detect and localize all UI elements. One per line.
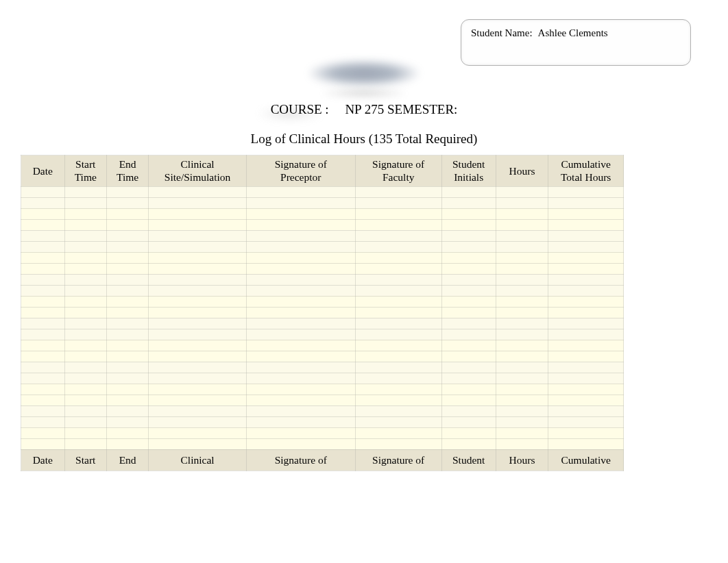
table-cell <box>496 405 548 416</box>
table-cell <box>355 384 441 395</box>
th-initials: Student Initials <box>441 155 496 187</box>
table-cell <box>441 263 496 274</box>
table-cell <box>355 197 441 208</box>
table-cell <box>106 318 148 329</box>
table-cell <box>355 395 441 405</box>
table-cell <box>21 373 65 384</box>
table-cell <box>548 384 624 395</box>
table-cell <box>64 274 106 285</box>
table-cell <box>496 362 548 373</box>
table-cell <box>355 340 441 351</box>
table-cell <box>149 263 246 274</box>
table-cell <box>355 296 441 307</box>
table-cell <box>496 208 548 219</box>
table-cell <box>496 340 548 351</box>
table-cell <box>21 186 65 197</box>
table-cell <box>149 296 246 307</box>
table-cell <box>106 416 148 427</box>
table-cell <box>548 230 624 241</box>
table-row <box>21 351 624 362</box>
table-cell <box>441 438 496 449</box>
table-cell <box>21 405 65 416</box>
student-name-value: Ashlee Clements <box>538 27 608 38</box>
table-cell <box>246 373 355 384</box>
table-cell <box>496 438 548 449</box>
table-cell <box>149 307 246 318</box>
table-cell <box>246 241 355 252</box>
table-cell <box>496 285 548 296</box>
table-cell <box>441 186 496 197</box>
table-row <box>21 373 624 384</box>
table-cell <box>21 362 65 373</box>
table-cell <box>106 274 148 285</box>
table-cell <box>355 329 441 340</box>
table-cell <box>548 285 624 296</box>
table-cell <box>106 263 148 274</box>
table-cell <box>246 230 355 241</box>
table-cell <box>548 427 624 438</box>
table-cell <box>441 395 496 405</box>
log-title: Log of Clinical Hours (135 Total Require… <box>0 132 728 147</box>
table-cell <box>21 351 65 362</box>
table-cell <box>441 340 496 351</box>
table-cell <box>64 438 106 449</box>
table-cell <box>355 219 441 230</box>
table-cell <box>441 252 496 263</box>
th-site: Clinical Site/Simulation <box>149 155 246 187</box>
table-cell <box>496 219 548 230</box>
table-cell <box>149 186 246 197</box>
table-cell <box>355 307 441 318</box>
table-cell <box>246 197 355 208</box>
course-value: NP 275 SEMESTER: <box>345 102 457 116</box>
table-row <box>21 263 624 274</box>
table-cell <box>355 416 441 427</box>
table-cell <box>106 197 148 208</box>
student-name-box: Student Name: Ashlee Clements <box>461 19 691 66</box>
table-cell <box>106 208 148 219</box>
table-cell <box>496 263 548 274</box>
table-cell <box>149 208 246 219</box>
table-cell <box>246 416 355 427</box>
table-cell <box>355 285 441 296</box>
table-cell <box>64 186 106 197</box>
table-cell <box>246 384 355 395</box>
table-cell <box>496 230 548 241</box>
table-row <box>21 307 624 318</box>
table-cell <box>441 405 496 416</box>
table-row <box>21 362 624 373</box>
table-row <box>21 241 624 252</box>
table-cell <box>64 373 106 384</box>
table-cell <box>548 252 624 263</box>
table-cell <box>441 296 496 307</box>
table-cell <box>355 241 441 252</box>
table-cell <box>548 296 624 307</box>
table-cell <box>355 351 441 362</box>
th-preceptor: Signature of Preceptor <box>246 155 355 187</box>
table-cell <box>548 263 624 274</box>
table-cell <box>106 405 148 416</box>
table-cell <box>496 186 548 197</box>
table-cell <box>441 427 496 438</box>
table-cell <box>355 274 441 285</box>
table-cell <box>355 362 441 373</box>
table-row <box>21 318 624 329</box>
table-cell <box>355 263 441 274</box>
table-row <box>21 427 624 438</box>
table-row <box>21 384 624 395</box>
table-body <box>21 186 624 449</box>
table-cell <box>441 373 496 384</box>
table-cell <box>149 241 246 252</box>
tf-hours: Hours <box>496 449 548 471</box>
table-cell <box>496 274 548 285</box>
table-cell <box>548 351 624 362</box>
tf-initials: Student <box>441 449 496 471</box>
table-cell <box>106 351 148 362</box>
table-cell <box>64 329 106 340</box>
student-name-label: Student Name: <box>471 27 533 38</box>
table-cell <box>106 307 148 318</box>
table-cell <box>441 197 496 208</box>
table-cell <box>355 186 441 197</box>
table-cell <box>64 208 106 219</box>
table-cell <box>548 362 624 373</box>
tf-start: Start <box>64 449 106 471</box>
